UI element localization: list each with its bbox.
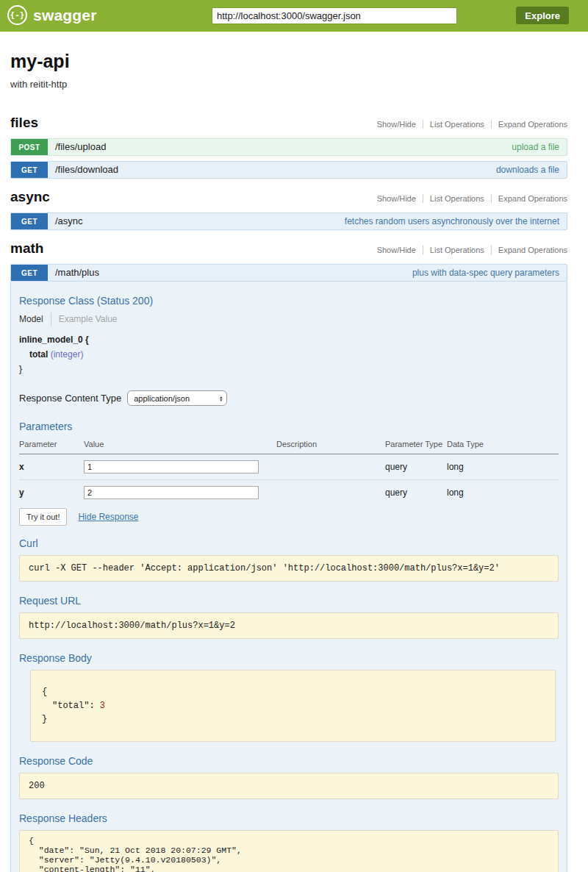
list-operations-link[interactable]: List Operations xyxy=(423,194,491,203)
curl-heading: Curl xyxy=(19,537,559,549)
param-data-type-cell: long xyxy=(447,480,559,506)
param-data-type-cell: long xyxy=(447,454,559,480)
response-headers-box: { "date": "Sun, 21 Oct 2018 20:07:29 GMT… xyxy=(19,830,559,872)
param-row-x: x query long xyxy=(19,454,559,480)
curl-command-box: curl -X GET --header 'Accept: applicatio… xyxy=(19,555,559,582)
operation-summary[interactable]: upload a file xyxy=(512,139,567,155)
operation-path[interactable]: /math/plus xyxy=(48,265,107,281)
show-hide-link[interactable]: Show/Hide xyxy=(370,246,423,254)
section-controls: Show/Hide List Operations Expand Operati… xyxy=(370,246,567,254)
method-badge: POST xyxy=(11,139,48,155)
section-controls: Show/Hide List Operations Expand Operati… xyxy=(370,194,567,203)
operation-summary[interactable]: fetches random users asynchronously over… xyxy=(345,213,567,229)
param-description-cell xyxy=(276,454,385,480)
request-url-box: http://localhost:3000/math/plus?x=1&y=2 xyxy=(19,612,559,639)
operation-summary[interactable]: plus with data-spec query parameters xyxy=(412,265,567,281)
param-type-cell: query xyxy=(385,480,447,506)
col-description: Description xyxy=(276,438,385,454)
operation-path[interactable]: /files/upload xyxy=(48,139,113,155)
swagger-url-input[interactable] xyxy=(212,7,457,24)
col-data-type: Data Type xyxy=(447,438,559,454)
list-operations-link[interactable]: List Operations xyxy=(423,120,491,129)
col-value: Value xyxy=(84,438,276,454)
method-badge: GET xyxy=(11,213,48,229)
parameters-heading: Parameters xyxy=(19,421,559,432)
swagger-logo-icon: {-} xyxy=(7,5,27,25)
col-parameter: Parameter xyxy=(19,438,84,454)
response-class-heading: Response Class (Status 200) xyxy=(19,295,559,307)
param-type-cell: query xyxy=(385,454,447,480)
show-hide-link[interactable]: Show/Hide xyxy=(370,194,423,203)
operation-row[interactable]: GET /files/download downloads a file xyxy=(10,161,567,179)
col-parameter-type: Parameter Type xyxy=(385,438,447,454)
response-body-box: { "total": 3 } xyxy=(30,670,556,742)
operation-path[interactable]: /async xyxy=(48,213,90,229)
section-title-files[interactable]: files xyxy=(10,115,38,131)
model-declaration: inline_model_0 { xyxy=(19,335,559,345)
param-y-input[interactable] xyxy=(84,486,259,499)
param-name-cell: y xyxy=(19,480,84,506)
response-content-type-label: Response Content Type xyxy=(19,393,121,404)
section-controls: Show/Hide List Operations Expand Operati… xyxy=(370,120,567,129)
response-body-heading: Response Body xyxy=(19,652,559,664)
method-badge: GET xyxy=(11,162,48,178)
resource-section-async: async Show/Hide List Operations Expand O… xyxy=(10,189,567,230)
expand-operations-link[interactable]: Expand Operations xyxy=(491,194,567,203)
expand-operations-link[interactable]: Expand Operations xyxy=(491,246,567,254)
model-property-type: (integer) xyxy=(51,349,84,360)
show-hide-link[interactable]: Show/Hide xyxy=(370,120,423,129)
try-it-out-button[interactable]: Try it out! xyxy=(19,508,67,526)
response-content-type-value: application/json xyxy=(134,394,190,403)
json-close-brace: } xyxy=(42,712,544,726)
parameters-table: Parameter Value Description Parameter Ty… xyxy=(19,438,559,505)
explore-button[interactable]: Explore xyxy=(516,7,569,24)
param-row-y: y query long xyxy=(19,480,559,506)
section-title-async[interactable]: async xyxy=(10,189,50,205)
model-signature: inline_model_0 { total (integer) } xyxy=(19,335,559,374)
model-tabs: Model Example Value xyxy=(19,312,559,326)
response-headers-heading: Response Headers xyxy=(19,812,559,824)
method-badge: GET xyxy=(11,265,48,281)
response-content-type-select[interactable]: application/json ▲▼ xyxy=(127,390,227,406)
list-operations-link[interactable]: List Operations xyxy=(423,246,491,254)
model-closing-brace: } xyxy=(19,364,559,374)
param-x-input[interactable] xyxy=(84,460,259,473)
resource-section-files: files Show/Hide List Operations Expand O… xyxy=(10,115,567,179)
tab-model[interactable]: Model xyxy=(19,312,51,326)
response-code-heading: Response Code xyxy=(19,755,559,767)
json-open-brace: { xyxy=(42,685,544,699)
hide-response-link[interactable]: Hide Response xyxy=(78,512,138,522)
operation-summary[interactable]: downloads a file xyxy=(496,162,567,178)
header-bar: {-} swagger Explore xyxy=(0,0,588,32)
operation-path[interactable]: /files/download xyxy=(48,162,126,178)
model-property-name: total xyxy=(29,349,48,360)
resource-section-math: math Show/Hide List Operations Expand Op… xyxy=(10,240,567,872)
brand-title: swagger xyxy=(33,7,97,24)
select-arrows-icon: ▲▼ xyxy=(219,396,223,401)
param-name-cell: x xyxy=(19,454,84,480)
json-number-value: 3 xyxy=(100,701,105,711)
expand-operations-link[interactable]: Expand Operations xyxy=(491,120,567,129)
api-description: with reitit-http xyxy=(10,79,578,90)
response-code-box: 200 xyxy=(19,773,559,799)
operation-row-expanded[interactable]: GET /math/plus plus with data-spec query… xyxy=(10,264,567,282)
section-title-math[interactable]: math xyxy=(10,240,43,257)
api-info: my-api with reitit-http xyxy=(0,32,588,107)
api-title: my-api xyxy=(10,51,578,72)
swagger-brand-link[interactable]: {-} swagger xyxy=(7,5,97,25)
operation-detail-panel: Response Class (Status 200) Model Exampl… xyxy=(10,282,567,872)
param-description-cell xyxy=(276,480,385,506)
operation-row[interactable]: POST /files/upload upload a file xyxy=(10,138,567,156)
operation-row[interactable]: GET /async fetches random users asynchro… xyxy=(10,212,567,230)
request-url-heading: Request URL xyxy=(19,595,559,607)
tab-example-value[interactable]: Example Value xyxy=(51,312,125,326)
json-key: "total": xyxy=(52,701,95,711)
